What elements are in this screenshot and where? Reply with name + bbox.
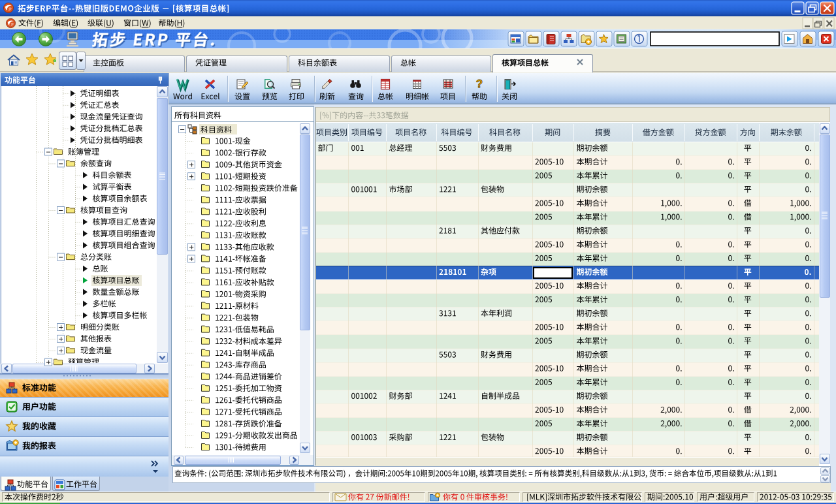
svg-text:?: ?	[476, 78, 483, 90]
